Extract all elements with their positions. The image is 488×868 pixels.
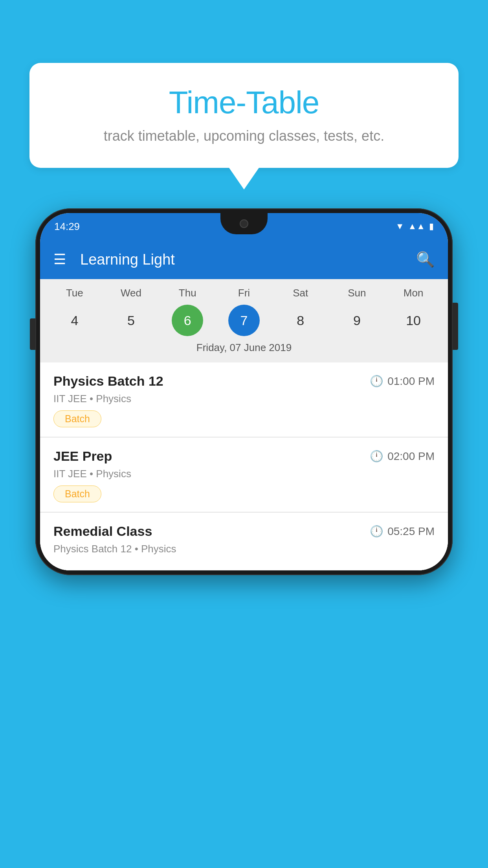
search-icon[interactable]: 🔍: [416, 251, 435, 268]
schedule-item-1-header: Physics Batch 12 🕛 01:00 PM: [53, 373, 435, 389]
app-bar: ☰ Learning Light 🔍: [40, 240, 448, 279]
app-bar-title: Learning Light: [80, 251, 402, 268]
day-6-today[interactable]: 6: [172, 305, 203, 336]
schedule-item-3-header: Remedial Class 🕛 05:25 PM: [53, 524, 435, 539]
notch-cutout: [220, 213, 268, 234]
schedule-item-2-time: 🕛 02:00 PM: [370, 450, 435, 463]
day-9[interactable]: 9: [341, 305, 372, 336]
day-4[interactable]: 4: [59, 305, 90, 336]
phone-frame: 14:29 ▼ ▲▲ ▮ ☰ Learning Light 🔍 Tue: [35, 208, 453, 575]
day-header-wed: Wed: [116, 287, 147, 299]
schedule-item-2[interactable]: JEE Prep 🕛 02:00 PM IIT JEE • Physics Ba…: [40, 437, 448, 512]
signal-icon: ▲▲: [408, 221, 425, 232]
speech-bubble-container: Time-Table track timetable, upcoming cla…: [29, 63, 459, 168]
phone-wrapper: 14:29 ▼ ▲▲ ▮ ☰ Learning Light 🔍 Tue: [35, 208, 453, 575]
schedule-item-3-title: Remedial Class: [53, 524, 152, 539]
schedule-item-3-time: 🕛 05:25 PM: [370, 525, 435, 538]
camera-icon: [240, 219, 248, 228]
bubble-subtitle: track timetable, upcoming classes, tests…: [53, 128, 435, 144]
schedule-item-2-title: JEE Prep: [53, 449, 112, 464]
day-7-selected[interactable]: 7: [228, 305, 260, 336]
clock-icon-1: 🕛: [370, 375, 383, 388]
schedule-item-1-subtitle: IIT JEE • Physics: [53, 393, 435, 405]
day-header-tue: Tue: [59, 287, 90, 299]
phone-screen: 14:29 ▼ ▲▲ ▮ ☰ Learning Light 🔍 Tue: [40, 213, 448, 570]
clock-icon-2: 🕛: [370, 450, 383, 463]
day-header-sat: Sat: [285, 287, 316, 299]
schedule-item-3-subtitle: Physics Batch 12 • Physics: [53, 543, 435, 555]
day-10[interactable]: 10: [398, 305, 429, 336]
schedule-item-2-subtitle: IIT JEE • Physics: [53, 468, 435, 480]
selected-date: Friday, 07 June 2019: [40, 336, 448, 356]
schedule-item-1-time: 🕛 01:00 PM: [370, 375, 435, 388]
status-bar: 14:29 ▼ ▲▲ ▮: [40, 213, 448, 240]
schedule-item-2-header: JEE Prep 🕛 02:00 PM: [53, 449, 435, 464]
hamburger-icon[interactable]: ☰: [53, 252, 66, 267]
status-icons: ▼ ▲▲ ▮: [396, 221, 434, 232]
day-5[interactable]: 5: [116, 305, 147, 336]
schedule-item-1-title: Physics Batch 12: [53, 373, 163, 389]
day-header-sun: Sun: [341, 287, 372, 299]
day-numbers: 4 5 6 7 8 9 10: [40, 305, 448, 336]
wifi-icon: ▼: [396, 221, 404, 232]
schedule-list: Physics Batch 12 🕛 01:00 PM IIT JEE • Ph…: [40, 362, 448, 570]
day-headers: Tue Wed Thu Fri Sat Sun Mon: [40, 287, 448, 299]
schedule-item-1[interactable]: Physics Batch 12 🕛 01:00 PM IIT JEE • Ph…: [40, 362, 448, 437]
day-header-mon: Mon: [398, 287, 429, 299]
schedule-item-3[interactable]: Remedial Class 🕛 05:25 PM Physics Batch …: [40, 512, 448, 570]
clock-icon-3: 🕛: [370, 525, 383, 538]
day-header-fri: Fri: [228, 287, 260, 299]
batch-badge-2: Batch: [53, 485, 101, 502]
batch-badge-1: Batch: [53, 410, 101, 427]
calendar-strip: Tue Wed Thu Fri Sat Sun Mon 4 5 6 7 8 9 …: [40, 279, 448, 362]
day-header-thu: Thu: [172, 287, 203, 299]
battery-icon: ▮: [429, 221, 434, 232]
status-time: 14:29: [54, 221, 80, 233]
speech-bubble: Time-Table track timetable, upcoming cla…: [29, 63, 459, 168]
day-8[interactable]: 8: [285, 305, 316, 336]
bubble-title: Time-Table: [53, 85, 435, 121]
